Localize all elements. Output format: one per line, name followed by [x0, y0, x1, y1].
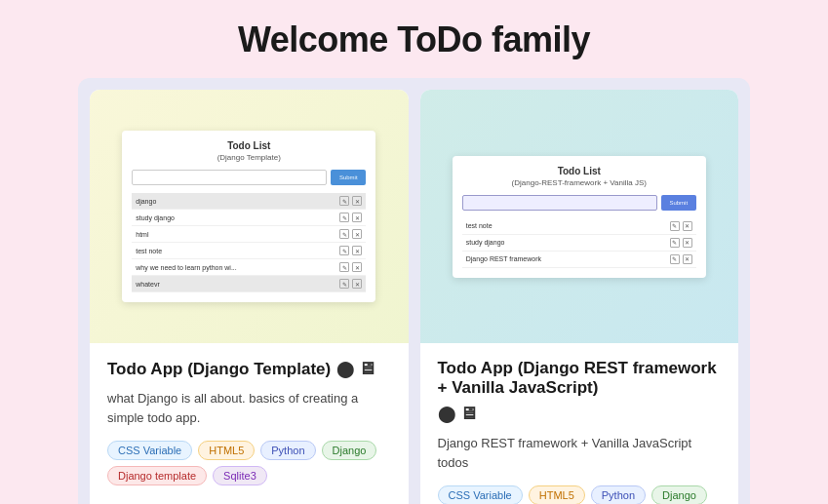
tag-css-variable-right[interactable]: CSS Variable — [438, 485, 523, 504]
edit-icon-6[interactable]: ✎ — [339, 279, 349, 289]
cards-container: Todo List (Django Template) Submit djang… — [78, 78, 750, 504]
tag-django-left[interactable]: Django — [322, 441, 377, 460]
tag-django-template-left[interactable]: Django template — [107, 466, 207, 485]
delete-icon-r1[interactable]: ✕ — [683, 221, 692, 231]
tag-python-left[interactable]: Python — [260, 441, 315, 460]
mini-item-r2: study django ✎ ✕ — [462, 235, 696, 252]
delete-icon-5[interactable]: ✕ — [352, 262, 362, 272]
page-header: Welcome ToDo family — [0, 0, 828, 78]
edit-icon-2[interactable]: ✎ — [339, 213, 349, 222]
card-preview-left: Todo List (Django Template) Submit djang… — [90, 90, 409, 343]
card-body-left: Todo App (Django Template) ⬤ 🖥 what Djan… — [90, 343, 409, 504]
tags-right: CSS Variable HTML5 Python Django Vanilla… — [438, 485, 722, 504]
mini-item-r1: test note ✎ ✕ — [462, 218, 696, 235]
delete-icon-3[interactable]: ✕ — [352, 229, 362, 239]
delete-icon-4[interactable]: ✕ — [352, 246, 362, 255]
delete-icon-2[interactable]: ✕ — [352, 213, 362, 222]
card-title-left: Todo App (Django Template) ⬤ 🖥 — [107, 359, 391, 379]
mini-title-right: Todo List — [462, 166, 696, 176]
edit-icon-r3[interactable]: ✎ — [670, 254, 680, 264]
mini-item-1: django ✎ ✕ — [132, 193, 366, 210]
delete-icon-6[interactable]: ✕ — [352, 279, 362, 289]
mini-item-5: why we need to learn python wi... ✎ ✕ — [132, 259, 366, 276]
mini-subtitle-left: (Django Template) — [132, 153, 366, 162]
monitor-icon-right[interactable]: 🖥 — [459, 404, 477, 424]
mini-item-text-r2: study django — [466, 239, 666, 246]
mini-title-left: Todo List — [132, 140, 366, 151]
mini-submit-label-left: Submit — [339, 174, 358, 180]
card-title-icons-left: ⬤ 🖥 — [336, 359, 375, 379]
github-icon-left[interactable]: ⬤ — [336, 360, 354, 378]
card-desc-right: Django REST framework + Vanilla JavaScri… — [438, 434, 722, 472]
card-title-icons-right: ⬤ 🖥 — [438, 404, 477, 424]
edit-icon-1[interactable]: ✎ — [339, 196, 349, 206]
tag-css-variable-left[interactable]: CSS Variable — [107, 441, 192, 460]
delete-icon-r3[interactable]: ✕ — [683, 254, 692, 264]
mini-item-2: study django ✎ ✕ — [132, 210, 366, 226]
edit-icon-3[interactable]: ✎ — [339, 229, 349, 239]
mini-subtitle-right: (Django-REST-framework + Vanilla JS) — [462, 178, 696, 187]
mini-item-text-1: django — [136, 198, 335, 205]
page-title: Welcome ToDo family — [0, 19, 828, 60]
mini-item-text-2: study django — [136, 214, 335, 221]
mini-input-right[interactable] — [462, 195, 657, 211]
card-django-rest[interactable]: Todo List (Django-REST-framework + Vanil… — [420, 90, 739, 504]
tag-html5-left[interactable]: HTML5 — [198, 441, 255, 460]
mini-item-text-r1: test note — [466, 222, 666, 229]
edit-icon-r1[interactable]: ✎ — [670, 221, 680, 231]
mini-item-6: whatevr ✎ ✕ — [132, 276, 366, 292]
tag-django-right[interactable]: Django — [651, 485, 707, 504]
mini-item-r3: Django REST framework ✎ ✕ — [462, 252, 696, 268]
mini-item-text-3: html — [136, 231, 335, 238]
card-title-text-left: Todo App (Django Template) — [107, 360, 331, 379]
mini-todo-left: Todo List (Django Template) Submit djang… — [122, 131, 375, 302]
github-icon-right[interactable]: ⬤ — [438, 405, 455, 423]
mini-submit-label-right: Submit — [669, 200, 688, 206]
card-preview-right: Todo List (Django-REST-framework + Vanil… — [420, 90, 739, 343]
edit-icon-5[interactable]: ✎ — [339, 262, 349, 272]
tag-html5-right[interactable]: HTML5 — [529, 485, 585, 504]
card-desc-left: what Django is all about. basics of crea… — [107, 389, 391, 427]
mini-item-text-5: why we need to learn python wi... — [136, 264, 335, 271]
tags-left: CSS Variable HTML5 Python Django Django … — [107, 441, 391, 485]
edit-icon-4[interactable]: ✎ — [339, 246, 349, 255]
mini-todo-right: Todo List (Django-REST-framework + Vanil… — [453, 156, 706, 278]
delete-icon-r2[interactable]: ✕ — [683, 238, 692, 248]
card-title-right: Todo App (Django REST framework + Vanill… — [438, 359, 722, 424]
tag-sqlite-left[interactable]: Sqlite3 — [213, 466, 267, 485]
mini-submit-right[interactable]: Submit — [661, 195, 696, 211]
mini-item-text-6: whatevr — [136, 281, 335, 288]
mini-item-3: html ✎ ✕ — [132, 226, 366, 243]
card-body-right: Todo App (Django REST framework + Vanill… — [420, 343, 739, 504]
mini-submit-left[interactable]: Submit — [331, 170, 366, 185]
card-django-template[interactable]: Todo List (Django Template) Submit djang… — [90, 90, 409, 504]
delete-icon-1[interactable]: ✕ — [352, 196, 362, 206]
card-title-text-right: Todo App (Django REST framework + Vanill… — [438, 359, 722, 398]
edit-icon-r2[interactable]: ✎ — [670, 238, 680, 248]
monitor-icon-left[interactable]: 🖥 — [358, 359, 375, 379]
tag-python-right[interactable]: Python — [591, 485, 646, 504]
mini-item-4: test note ✎ ✕ — [132, 243, 366, 259]
mini-input-left[interactable] — [132, 170, 327, 185]
mini-item-text-r3: Django REST framework — [466, 255, 666, 262]
mini-item-text-4: test note — [136, 248, 335, 254]
